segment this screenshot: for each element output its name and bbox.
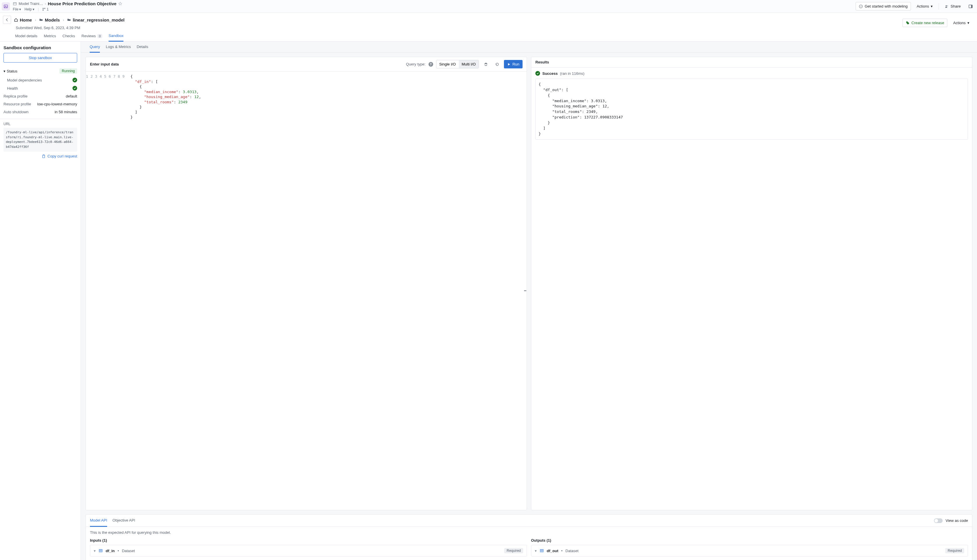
- tab-model-details[interactable]: Model details: [15, 33, 38, 41]
- input-card[interactable]: ▾ df_in • Dataset Required: [90, 545, 527, 557]
- results-status: Success (ran in 116ms): [535, 71, 968, 76]
- model-dependencies-row: Model dependencies: [3, 76, 77, 84]
- arrow-left-icon: [5, 18, 9, 22]
- url-label: URL: [3, 122, 77, 126]
- svg-point-10: [947, 5, 948, 7]
- topbar-right: ? Get started with modeling Actions▾ Sha…: [855, 2, 975, 10]
- help-circle-icon[interactable]: ?: [428, 62, 433, 67]
- divider: [939, 3, 939, 10]
- view-as-code-toggle[interactable]: [934, 518, 943, 523]
- panel-toggle-button[interactable]: [967, 2, 975, 10]
- content: Query Logs & Metrics Details Enter input…: [81, 42, 977, 560]
- page-tabs: Model details Metrics Checks Reviews 0 S…: [0, 30, 977, 42]
- inputs-heading: Inputs (1): [90, 538, 527, 543]
- svg-rect-14: [43, 155, 45, 158]
- crumb-parent[interactable]: Model Traini…: [18, 2, 43, 6]
- breadcrumb-home[interactable]: Home: [14, 17, 32, 22]
- tab-model-api[interactable]: Model API: [90, 515, 107, 527]
- output-card[interactable]: ▾ df_out • Dataset Required: [531, 545, 968, 557]
- status-section-header[interactable]: ▾ Status Running: [3, 68, 77, 73]
- chevron-right-icon: ›: [63, 18, 64, 22]
- reviews-count-badge: 0: [98, 34, 102, 38]
- resize-handle[interactable]: [524, 288, 527, 293]
- check-circle-icon: [72, 78, 77, 82]
- chevron-right-icon: ›: [35, 18, 36, 22]
- sidebar: Sandbox configuration Stop sandbox ▾ Sta…: [0, 42, 81, 560]
- app-logo[interactable]: [2, 2, 10, 10]
- branch-icon: [42, 8, 46, 11]
- stop-sandbox-button[interactable]: Stop sandbox: [3, 53, 77, 63]
- page-actions-menu[interactable]: Actions▾: [950, 19, 972, 27]
- tab-logs[interactable]: Logs & Metrics: [106, 45, 131, 52]
- outputs-col: Outputs (1) ▾ df_out • Dataset Required: [531, 538, 968, 557]
- svg-rect-17: [99, 550, 102, 552]
- breadcrumb: Home › Models › linear_regression_model: [3, 16, 125, 24]
- back-button[interactable]: [3, 16, 11, 24]
- svg-rect-21: [540, 550, 544, 552]
- line-gutter: 1 2 3 4 5 6 7 8 9: [86, 72, 128, 510]
- run-button[interactable]: Run: [504, 60, 523, 68]
- check-circle-icon: [72, 86, 77, 90]
- svg-point-4: [43, 8, 44, 9]
- multi-io-button[interactable]: Multi I/O: [459, 60, 478, 68]
- file-menu[interactable]: File▾: [13, 7, 21, 12]
- page-title: House Price Prediction Objective: [48, 1, 117, 6]
- results-output[interactable]: { "df_out": [ { "median_income": 3.0313,…: [535, 78, 968, 140]
- star-icon[interactable]: [118, 2, 122, 6]
- single-io-button[interactable]: Single I/O: [437, 60, 459, 68]
- health-row: Health: [3, 84, 77, 92]
- workarea: Enter input data Query type: ? Single I/…: [81, 53, 977, 560]
- create-release-button[interactable]: Create new release: [902, 18, 948, 27]
- tab-metrics[interactable]: Metrics: [44, 33, 56, 41]
- tab-checks[interactable]: Checks: [63, 33, 75, 41]
- tag-icon: [906, 21, 910, 25]
- share-button[interactable]: Share: [942, 2, 964, 10]
- breadcrumb-models[interactable]: Models: [39, 17, 60, 22]
- tab-sandbox[interactable]: Sandbox: [108, 33, 123, 42]
- chevron-right-icon: ›: [45, 2, 46, 6]
- delete-button[interactable]: [482, 60, 490, 68]
- code-body[interactable]: { "df_in": [ { "median_income": 3.0313, …: [128, 72, 527, 510]
- results-panel-header: Results: [531, 57, 972, 68]
- query-type-label: Query type:: [406, 62, 425, 67]
- copy-curl-link[interactable]: Copy curl request: [3, 154, 77, 158]
- main: Sandbox configuration Stop sandbox ▾ Sta…: [0, 42, 977, 560]
- bar2-actions: Create new release Actions▾: [902, 18, 972, 27]
- chevron-down-icon: ▾: [3, 69, 5, 73]
- divider: [0, 119, 81, 119]
- tab-details[interactable]: Details: [137, 45, 148, 52]
- top-crumbs: Model Traini… › House Price Prediction O…: [13, 1, 855, 6]
- play-icon: [507, 63, 511, 66]
- tab-objective-api[interactable]: Objective API: [112, 515, 135, 527]
- svg-point-5: [43, 10, 44, 11]
- branch-indicator[interactable]: 1: [42, 7, 48, 12]
- table-icon: [540, 548, 544, 553]
- code-editor[interactable]: 1 2 3 4 5 6 7 8 9 { "df_in": [ { "median…: [86, 72, 527, 510]
- top-actions-menu[interactable]: Actions▾: [914, 2, 936, 10]
- tab-query[interactable]: Query: [90, 45, 100, 53]
- results-panel: Results Success (ran in 116ms) { "df_out…: [531, 57, 972, 510]
- svg-point-9: [946, 5, 947, 7]
- folder-icon: [67, 18, 71, 22]
- top-crumbs-wrap: Model Traini… › House Price Prediction O…: [13, 1, 855, 12]
- home-icon: [14, 18, 18, 22]
- chevron-down-icon[interactable]: ▾: [94, 548, 96, 553]
- api-tabs: Model API Objective API View as code: [86, 515, 972, 527]
- drag-handle-icon: [524, 288, 526, 293]
- menubar: File▾ Help▾ | 1: [13, 7, 855, 12]
- tab-reviews[interactable]: Reviews 0: [82, 33, 102, 41]
- chevron-down-icon[interactable]: ▾: [535, 548, 537, 553]
- get-started-button[interactable]: ? Get started with modeling: [855, 2, 910, 10]
- folder-icon: [39, 18, 43, 22]
- auto-shutdown-row: Auto shutdown in 58 minutes: [3, 108, 77, 116]
- status-badge: Running: [59, 68, 77, 73]
- replica-profile-row: Replica profile default: [3, 92, 77, 100]
- svg-point-6: [45, 8, 45, 9]
- trash-icon: [484, 62, 488, 67]
- url-value[interactable]: /foundry-ml-live/api/inference/transform…: [3, 128, 77, 152]
- submitted-timestamp: Submitted Wed, Sep 6, 2023, 4:39 PM: [16, 26, 125, 30]
- topbar: Model Traini… › House Price Prediction O…: [0, 0, 977, 13]
- reset-button[interactable]: [493, 60, 501, 68]
- breadcrumb-leaf[interactable]: linear_regression_model: [67, 17, 125, 22]
- help-menu[interactable]: Help▾: [25, 7, 34, 12]
